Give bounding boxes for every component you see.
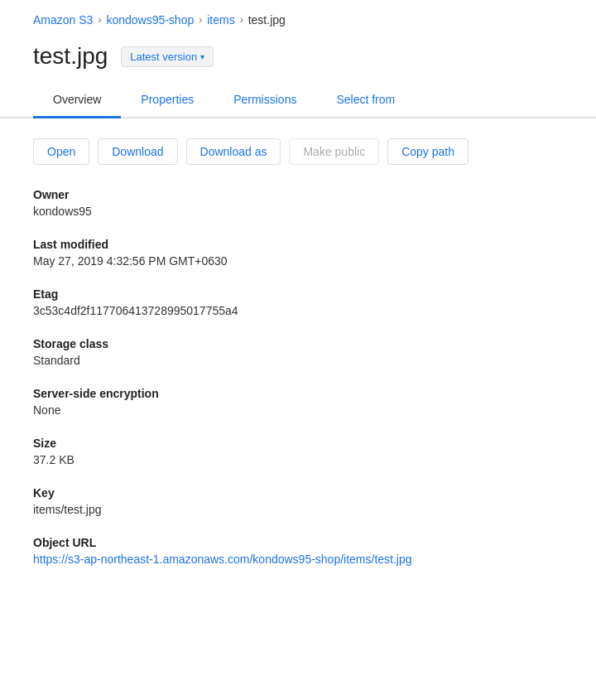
breadcrumb-separator-1: › xyxy=(98,14,101,26)
tab-permissions[interactable]: Permissions xyxy=(214,83,316,118)
actions-toolbar: Open Download Download as Make public Co… xyxy=(0,118,596,181)
etag-field: Etag 3c53c4df2f117706413728995017755a4 xyxy=(33,287,563,317)
owner-label: Owner xyxy=(33,188,563,201)
tab-select-from[interactable]: Select from xyxy=(316,83,415,118)
size-field: Size 37.2 KB xyxy=(33,437,563,466)
last-modified-field: Last modified May 27, 2019 4:32:56 PM GM… xyxy=(33,238,563,268)
last-modified-label: Last modified xyxy=(33,238,563,251)
owner-field: Owner kondows95 xyxy=(33,188,563,218)
make-public-button[interactable]: Make public xyxy=(289,138,379,165)
version-label: Latest version xyxy=(130,51,197,63)
copy-path-button[interactable]: Copy path xyxy=(387,138,469,165)
object-url-field: Object URL https://s3-ap-northeast-1.ama… xyxy=(33,536,563,566)
key-value: items/test.jpg xyxy=(33,503,563,516)
etag-value: 3c53c4df2f117706413728995017755a4 xyxy=(33,304,563,317)
download-as-button[interactable]: Download as xyxy=(186,138,281,165)
size-value: 37.2 KB xyxy=(33,453,563,466)
storage-class-field: Storage class Standard xyxy=(33,337,563,367)
page-title: test.jpg xyxy=(33,43,108,70)
object-url-link[interactable]: https://s3-ap-northeast-1.amazonaws.com/… xyxy=(33,553,412,566)
size-label: Size xyxy=(33,437,563,450)
breadcrumb-amazon-s3[interactable]: Amazon S3 xyxy=(33,13,93,27)
last-modified-value: May 27, 2019 4:32:56 PM GMT+0630 xyxy=(33,254,563,268)
breadcrumb-separator-2: › xyxy=(199,14,202,26)
key-label: Key xyxy=(33,486,563,500)
key-field: Key items/test.jpg xyxy=(33,486,563,516)
overview-content: Owner kondows95 Last modified May 27, 20… xyxy=(0,181,596,619)
breadcrumb-current: test.jpg xyxy=(248,13,286,27)
breadcrumb-separator-3: › xyxy=(240,14,243,26)
tabs-container: Overview Properties Permissions Select f… xyxy=(0,83,596,118)
object-url-label: Object URL xyxy=(33,536,563,549)
owner-value: kondows95 xyxy=(33,205,563,218)
version-selector[interactable]: Latest version ▾ xyxy=(121,46,214,67)
page-header: test.jpg Latest version ▾ xyxy=(0,36,596,83)
chevron-down-icon: ▾ xyxy=(200,52,204,61)
breadcrumb: Amazon S3 › kondows95-shop › items › tes… xyxy=(0,0,596,36)
breadcrumb-shop[interactable]: kondows95-shop xyxy=(106,13,194,27)
breadcrumb-items[interactable]: items xyxy=(207,13,234,27)
tab-overview[interactable]: Overview xyxy=(33,83,121,118)
server-side-encryption-value: None xyxy=(33,403,563,417)
tab-properties[interactable]: Properties xyxy=(121,83,214,118)
open-button[interactable]: Open xyxy=(33,138,89,165)
storage-class-value: Standard xyxy=(33,354,563,367)
server-side-encryption-label: Server-side encryption xyxy=(33,387,563,400)
storage-class-label: Storage class xyxy=(33,337,563,350)
download-button[interactable]: Download xyxy=(98,138,177,165)
server-side-encryption-field: Server-side encryption None xyxy=(33,387,563,417)
etag-label: Etag xyxy=(33,287,563,301)
